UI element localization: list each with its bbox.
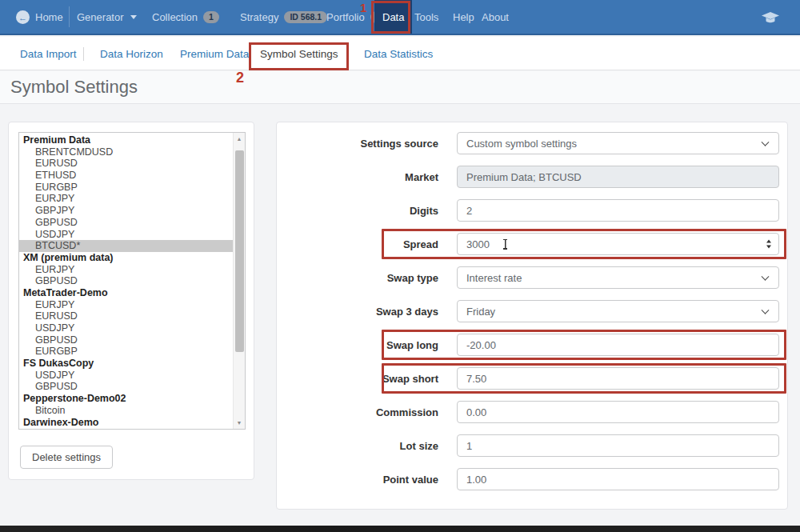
nav-item-label: Home (35, 11, 63, 23)
symbol-item-btcusd[interactable]: BTCUSD* (19, 240, 233, 252)
symbol-item-eurusd[interactable]: EURUSD (19, 310, 233, 322)
listbox-scrollbar[interactable]: ▲ ▼ (233, 133, 245, 429)
tab-symbol-settings[interactable]: Symbol Settings (260, 37, 338, 70)
field-value: -20.00 (466, 339, 496, 351)
text-cursor-icon (502, 239, 509, 250)
symbol-item-eurgbp[interactable]: EURGBP (19, 346, 233, 358)
symbol-listbox[interactable]: Premium DataBRENTCMDUSDEURUSDETHUSDEURGB… (18, 132, 246, 430)
symbol-item-eurjpy[interactable]: EURJPY (19, 264, 233, 276)
field-value: Custom symbol settings (466, 138, 577, 150)
nav-item-label: About (482, 11, 509, 23)
input-spread[interactable]: 3000 (457, 233, 779, 255)
chevron-down-icon (762, 138, 770, 146)
field-label-swap-3-days: Swap 3 days (277, 306, 438, 318)
chevron-down-icon (762, 273, 770, 281)
nav-item-about[interactable]: About (482, 0, 509, 34)
field-label-swap-type: Swap type (277, 272, 438, 284)
symbol-item-gbpusd[interactable]: GBPUSD (19, 334, 233, 346)
nav-item-help[interactable]: Help (453, 0, 474, 34)
symbol-group-fs-dukascopy: FS DukasCopy (19, 358, 233, 370)
input-lot-size[interactable]: 1 (457, 434, 779, 457)
symbol-group-premium-data: Premium Data (19, 134, 233, 146)
field-value: 1.00 (466, 474, 486, 486)
education-icon[interactable] (762, 12, 779, 27)
nav-item-tools[interactable]: Tools (414, 0, 438, 34)
form-row-spread: Spread3000 (277, 227, 787, 261)
symbol-item-bitcoin[interactable]: Bitcoin (19, 405, 233, 417)
symbol-group-metatrader-demo: MetaTrader-Demo (19, 287, 233, 299)
symbol-item-gbpusd[interactable]: GBPUSD (19, 381, 233, 393)
form-row-lot-size: Lot size1 (277, 429, 787, 462)
scroll-up-icon[interactable]: ▲ (234, 134, 245, 144)
input-commission[interactable]: 0.00 (457, 401, 779, 423)
scroll-down-icon[interactable]: ▼ (234, 418, 245, 428)
nav-item-collection[interactable]: Collection1 (152, 0, 219, 34)
nav-item-strategy[interactable]: StrategyID 568.1 (240, 0, 327, 34)
annotation-label-step2: 2 (236, 70, 244, 86)
select-swap-3-days[interactable]: Friday (457, 300, 779, 322)
nav-item-generator[interactable]: Generator (77, 0, 137, 34)
tab-data-horizon[interactable]: Data Horizon (100, 37, 163, 70)
input-swap-long[interactable]: -20.00 (457, 334, 779, 356)
tab-divider (83, 47, 84, 61)
field-label-commission: Commission (277, 406, 438, 418)
input-swap-short[interactable]: 7.50 (457, 367, 779, 390)
input-market: Premium Data; BTCUSD (457, 166, 779, 188)
nav-item-data[interactable]: Data (374, 0, 412, 34)
symbol-item-gbpusd[interactable]: GBPUSD (19, 275, 233, 287)
symbol-group-darwinex-demo: Darwinex-Demo (19, 417, 233, 429)
field-value: Premium Data; BTCUSD (466, 171, 582, 183)
input-digits[interactable]: 2 (457, 199, 779, 222)
back-icon[interactable]: ← (16, 10, 30, 24)
field-label-swap-short: Swap short (277, 373, 438, 385)
delete-settings-button[interactable]: Delete settings (20, 446, 113, 469)
select-swap-type[interactable]: Interest rate (457, 266, 779, 289)
nav-item-home[interactable]: Home (35, 0, 63, 34)
symbol-item-usdjpy[interactable]: USDJPY (19, 322, 233, 334)
tab-premium-data[interactable]: Premium Data (180, 37, 249, 70)
symbol-item-eurjpy[interactable]: EURJPY (19, 193, 233, 205)
input-point-value[interactable]: 1.00 (457, 468, 779, 490)
top-nav: ← HomeGeneratorCollection1StrategyID 568… (0, 0, 800, 35)
symbol-item-gbpusd[interactable]: GBPUSD (19, 217, 233, 229)
form-row-commission: Commission0.00 (277, 395, 787, 429)
nav-item-label: Generator (77, 11, 124, 23)
form-row-swap-3-days: Swap 3 daysFriday (277, 294, 787, 328)
field-value: 7.50 (466, 373, 486, 385)
form-row-market: MarketPremium Data; BTCUSD (277, 160, 787, 194)
nav-badge: ID 568.1 (284, 11, 327, 23)
symbol-item-usdjpy[interactable]: USDJPY (19, 229, 233, 241)
symbol-list-panel: Premium DataBRENTCMDUSDEURUSDETHUSDEURGB… (8, 122, 254, 480)
symbol-item-gbpjpy[interactable]: GBPJPY (19, 205, 233, 217)
symbol-item-brentcmdusd[interactable]: BRENTCMDUSD (19, 146, 233, 158)
form-row-swap-type: Swap typeInterest rate (277, 261, 787, 294)
nav-item-label: Collection (152, 11, 198, 23)
symbol-item-usdjpy[interactable]: USDJPY (19, 370, 233, 382)
symbol-item-eurjpy[interactable]: EURJPY (19, 299, 233, 311)
field-label-market: Market (277, 171, 438, 183)
number-spinner[interactable] (766, 240, 771, 249)
scrollbar-thumb[interactable] (235, 150, 244, 352)
form-row-swap-long: Swap long-20.00 (277, 328, 787, 362)
tab-data-statistics[interactable]: Data Statistics (364, 37, 433, 70)
symbol-item-eurusd[interactable]: EURUSD (19, 158, 233, 170)
nav-item-label: Help (453, 11, 474, 23)
field-label-digits: Digits (277, 205, 438, 217)
field-value: Interest rate (466, 272, 522, 284)
chevron-down-icon (762, 306, 770, 314)
field-value: 0.00 (466, 406, 486, 418)
tab-data-import[interactable]: Data Import (20, 37, 77, 70)
field-label-swap-long: Swap long (277, 339, 438, 351)
field-value: Friday (466, 306, 495, 318)
select-settings-source[interactable]: Custom symbol settings (457, 132, 779, 154)
chevron-down-icon (130, 15, 137, 19)
page-title: Symbol Settings (10, 77, 138, 98)
field-value: 3000 (466, 238, 490, 250)
field-label-spread: Spread (277, 238, 438, 250)
form-row-point-value: Point value1.00 (277, 462, 787, 496)
symbol-group-pepperstone-demo02: Pepperstone-Demo02 (19, 393, 233, 405)
symbol-item-ethusd[interactable]: ETHUSD (19, 170, 233, 182)
field-label-lot-size: Lot size (277, 440, 438, 452)
field-label-point-value: Point value (277, 474, 438, 486)
symbol-item-eurgbp[interactable]: EURGBP (19, 182, 233, 194)
